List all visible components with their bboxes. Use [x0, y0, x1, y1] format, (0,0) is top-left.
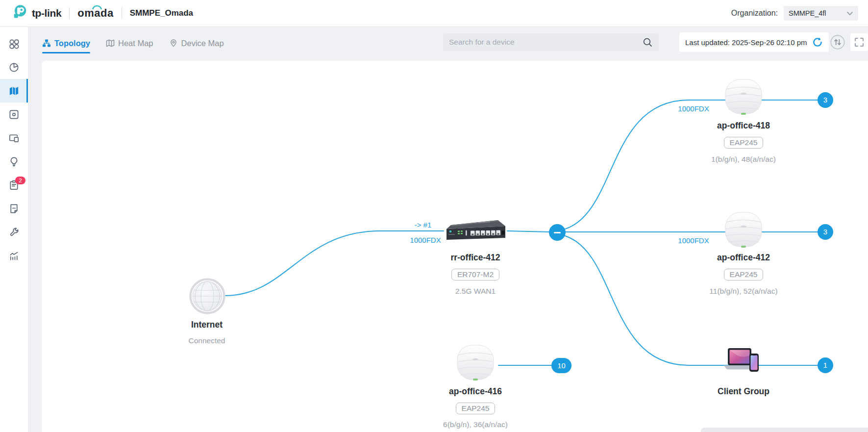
sidebar-item-insight[interactable]: [0, 150, 28, 173]
view-tabs: Topology Heat Map Device Map: [42, 34, 224, 52]
omada-wifi-arc-icon: [92, 4, 102, 9]
logs-count-badge: 2: [15, 177, 25, 184]
sidebar-item-dashboard[interactable]: [0, 32, 28, 55]
tplink-brand: tp-link: [10, 4, 61, 23]
ap416-client-count-badge[interactable]: 10: [551, 358, 571, 373]
header-divider: [69, 7, 70, 19]
organization-select[interactable]: SMMPE_4fl: [784, 6, 858, 21]
sidebar-item-devices[interactable]: [0, 102, 28, 126]
collapse-branch-button[interactable]: [549, 224, 566, 241]
main-area: 2 Topology: [0, 27, 868, 432]
topology-icon: [42, 39, 51, 48]
node-ap-office-412[interactable]: [720, 210, 767, 252]
refresh-icon[interactable]: [812, 37, 823, 48]
tab-label: Heat Map: [118, 39, 153, 48]
globe-icon: [189, 278, 226, 315]
node-router[interactable]: [443, 218, 508, 245]
sidebar-item-tools[interactable]: [0, 220, 28, 244]
up-down-arrows-icon: [829, 34, 846, 51]
sidebar-nav: 2: [0, 27, 28, 432]
lightbulb-icon: [8, 156, 20, 167]
devices-icon: [8, 132, 20, 144]
sidebar-item-logs[interactable]: 2: [0, 173, 28, 197]
client-group-count-badge[interactable]: 1: [818, 357, 833, 373]
search-input[interactable]: [449, 38, 643, 47]
omada-brand: omada: [77, 7, 113, 20]
app-header: tp-link omada SMMPE_Omada Organization: …: [0, 0, 868, 27]
tplink-logo-icon: [10, 4, 28, 23]
sidebar-item-reports[interactable]: [0, 197, 28, 220]
traffic-toggle-button[interactable]: [829, 33, 846, 51]
tab-heat-map[interactable]: Heat Map: [106, 34, 153, 52]
access-point-icon: [720, 210, 767, 250]
header-divider: [122, 7, 122, 19]
organization-label: Organization:: [731, 9, 778, 18]
topology-canvas[interactable]: Internet Connected -> #1 1000FDX: [42, 61, 868, 432]
node-internet[interactable]: [189, 278, 226, 317]
organization-value: SMMPE_4fl: [789, 9, 846, 17]
fullscreen-icon: [854, 37, 864, 47]
last-updated: Last updated: 2025-Sep-26 02:10 pm: [679, 32, 829, 52]
tplink-wordmark: tp-link: [32, 7, 61, 19]
access-point-icon: [452, 343, 498, 383]
site-title: SMMPE_Omada: [130, 8, 193, 18]
node-client-group[interactable]: [722, 347, 765, 381]
chevron-down-icon: [846, 11, 853, 16]
last-updated-text: Last updated: 2025-Sep-26 02:10 pm: [685, 38, 807, 47]
node-ap-office-416[interactable]: [452, 343, 498, 385]
bar-chart-icon: [8, 250, 20, 261]
link-junction-ap418: [565, 100, 818, 229]
node-ap-office-418[interactable]: [720, 77, 767, 119]
ap412-client-count-badge[interactable]: 3: [818, 224, 833, 240]
grid-icon: [8, 38, 20, 50]
link-router-junction: [507, 231, 550, 232]
client-group-icon: [722, 347, 765, 379]
document-icon: [8, 203, 20, 214]
sidebar-item-statistics[interactable]: [0, 55, 28, 79]
fullscreen-button[interactable]: [850, 33, 868, 51]
device-map-icon: [169, 39, 178, 48]
link-junction-client-group: [565, 236, 818, 365]
pie-chart-icon: [8, 62, 20, 73]
map-icon: [8, 85, 20, 97]
wan-port-label: -> #1: [403, 221, 443, 229]
search-icon[interactable]: [643, 37, 653, 48]
access-point-icon: [720, 77, 767, 117]
tab-label: Device Map: [181, 39, 224, 48]
ap418-client-count-badge[interactable]: 3: [818, 92, 833, 108]
heat-map-icon: [106, 39, 115, 48]
wrench-icon: [8, 227, 20, 238]
tab-topology[interactable]: Topology: [42, 34, 90, 52]
router-device-icon: [443, 218, 508, 243]
sidebar-item-analytics[interactable]: [0, 244, 28, 267]
tab-device-map[interactable]: Device Map: [169, 34, 224, 52]
sidebar-item-clients[interactable]: [0, 126, 28, 150]
sidebar-item-map[interactable]: [0, 79, 28, 102]
ap418-link-speed: 1000FDX: [664, 104, 723, 113]
tab-label: Topology: [54, 39, 90, 48]
ap412-link-speed: 1000FDX: [664, 236, 723, 245]
device-search: [443, 33, 659, 51]
frame-icon: [8, 109, 20, 120]
